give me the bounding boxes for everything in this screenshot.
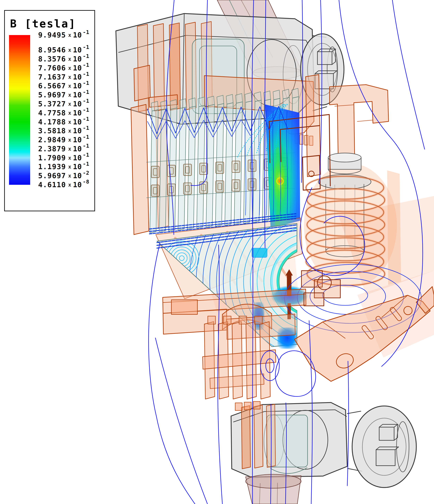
tick-mantissa: 7.7606: [38, 64, 66, 72]
tick-exponent: -1: [83, 143, 89, 149]
flux-hotspot: [278, 179, 282, 183]
legend-tick-row: 2.9849 x 10 -1: [38, 136, 89, 144]
legend-tick-row: 6.5667 x 10 -1: [38, 82, 89, 90]
tick-mantissa: 8.3576: [38, 55, 66, 63]
tick-mantissa: 4.6110: [38, 180, 66, 189]
coil-silhouette: [387, 170, 401, 285]
legend-tick-row: 9.9495 x 10 -1: [38, 31, 89, 39]
legend-tick-row: 5.9697 x 10 -2: [38, 171, 89, 180]
legend-tick-row: 7.7606 x 10 -1: [38, 64, 89, 72]
times-symbol: x: [68, 128, 71, 134]
legend-tick-row: 8.3576 x 10 -1: [38, 55, 89, 63]
times-symbol: x: [68, 119, 71, 125]
times-symbol: x: [68, 101, 71, 107]
legend-tick-row: 2.3879 x 10 -1: [38, 145, 89, 153]
page: { "chart_data": { "type": "heatmap", "ti…: [0, 0, 434, 504]
tick-mantissa: 1.1939: [38, 162, 66, 171]
tick-mantissa: 3.5818: [38, 127, 66, 135]
tick-mantissa: 6.5667: [38, 82, 66, 90]
tick-base: 10: [73, 31, 82, 39]
lower-core-assembly: [231, 401, 416, 487]
times-symbol: x: [68, 32, 71, 38]
tick-mantissa: 5.9697: [38, 171, 66, 180]
tick-base: 10: [73, 46, 82, 54]
tick-mantissa: 1.7909: [38, 154, 66, 162]
tick-mantissa: 2.3879: [38, 145, 66, 153]
legend-tick-row: 4.6110 x 10 -8: [38, 180, 89, 189]
tick-base: 10: [73, 136, 82, 144]
tick-exponent: -1: [83, 44, 89, 50]
tick-exponent: -1: [83, 29, 89, 35]
legend-tick-row: 7.1637 x 10 -1: [38, 73, 89, 81]
tick-base: 10: [73, 73, 82, 81]
tick-base: 10: [73, 91, 82, 99]
times-symbol: x: [68, 146, 71, 152]
tick-base: 10: [73, 162, 82, 171]
times-symbol: x: [68, 47, 71, 53]
legend-tick-row: 3.5818 x 10 -1: [38, 127, 89, 135]
flux-surface-face: [265, 104, 300, 228]
lower-core-cylinder: [347, 406, 416, 487]
lower-shaft: [246, 474, 301, 504]
tick-base: 10: [73, 82, 82, 90]
tick-exponent: -1: [83, 98, 89, 104]
tick-mantissa: 5.3727: [38, 100, 66, 108]
legend-tick-row: 5.3727 x 10 -1: [38, 100, 89, 108]
tick-exponent: -1: [83, 80, 89, 86]
tick-exponent: -1: [83, 53, 89, 59]
tick-base: 10: [73, 64, 82, 72]
tick-base: 10: [73, 171, 82, 180]
times-symbol: x: [68, 92, 71, 98]
times-symbol: x: [68, 155, 71, 161]
legend-tick-row: 4.7758 x 10 -1: [38, 109, 89, 117]
tick-mantissa: 4.1788: [38, 118, 66, 126]
legend-tick-row: 1.1939 x 10 -1: [38, 162, 89, 171]
legend-tick-row: 5.9697 x 10 -1: [38, 91, 89, 99]
legend-tick-row: 1.7909 x 10 -1: [38, 154, 89, 162]
tick-exponent: -1: [83, 134, 89, 140]
tick-exponent: -1: [83, 89, 89, 95]
legend-tick-row: 4.1788 x 10 -1: [38, 118, 89, 126]
times-symbol: x: [68, 182, 71, 188]
tick-exponent: -1: [83, 161, 89, 167]
tick-mantissa: 9.9495: [38, 31, 66, 39]
tick-base: 10: [73, 180, 82, 189]
tick-base: 10: [73, 145, 82, 153]
tick-exponent: -8: [83, 179, 89, 185]
lower-slab-group: [203, 316, 276, 399]
tick-mantissa: 8.9546: [38, 46, 66, 54]
tick-base: 10: [73, 118, 82, 126]
times-symbol: x: [68, 137, 71, 143]
tick-mantissa: 5.9697: [38, 91, 66, 99]
times-symbol: x: [68, 56, 71, 62]
tick-exponent: -2: [83, 170, 89, 176]
times-symbol: x: [68, 164, 71, 170]
times-symbol: x: [68, 65, 71, 71]
tick-mantissa: 2.9849: [38, 136, 66, 144]
times-symbol: x: [68, 110, 71, 116]
tick-exponent: -1: [83, 62, 89, 68]
tick-mantissa: 4.7758: [38, 109, 66, 117]
tick-base: 10: [73, 100, 82, 108]
legend-panel: B [tesla] 9.9495 x 10 -1 8.9546 x 10 -1 …: [4, 10, 95, 211]
tick-mantissa: 7.1637: [38, 73, 66, 81]
tick-exponent: -1: [83, 125, 89, 131]
tick-base: 10: [73, 154, 82, 162]
tick-base: 10: [73, 127, 82, 135]
legend-tick-row: 8.9546 x 10 -1: [38, 46, 89, 54]
tick-exponent: -1: [83, 71, 89, 77]
tick-base: 10: [73, 55, 82, 63]
legend-ticks: 9.9495 x 10 -1 8.9546 x 10 -1 8.3576 x 1…: [5, 11, 94, 211]
tick-exponent: -1: [83, 107, 89, 113]
tick-exponent: -1: [83, 152, 89, 158]
tick-exponent: -1: [83, 116, 89, 122]
times-symbol: x: [68, 74, 71, 80]
times-symbol: x: [68, 83, 71, 89]
times-symbol: x: [68, 173, 71, 179]
tick-base: 10: [73, 109, 82, 117]
